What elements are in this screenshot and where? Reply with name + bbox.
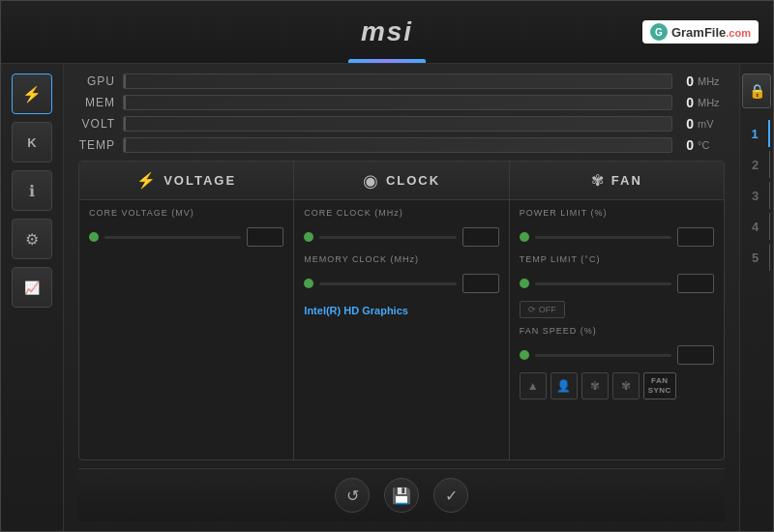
volt-unit: mV (698, 118, 725, 130)
monitor-row-volt: VOLT 0 mV (78, 116, 725, 132)
temp-label: TEMP (78, 138, 115, 152)
profile-2-button[interactable]: 2 (743, 151, 770, 178)
profile-3-button[interactable]: 3 (743, 182, 770, 209)
off-btn-row: ⟳ OFF (520, 301, 714, 318)
header: msi G GramFile.com (1, 1, 773, 64)
fan-btn-3[interactable]: ✾ (581, 372, 609, 399)
gpu-value: 0 (680, 74, 694, 89)
voltage-panel-header: ⚡ VOLTAGE (79, 162, 293, 200)
fan-btn-4[interactable]: ✾ (612, 372, 640, 399)
fan-bottom-controls: ▲ 👤 ✾ ✾ FANSYNC (520, 372, 714, 399)
clock-title: CLOCK (386, 173, 440, 188)
save-button[interactable]: 💾 (384, 478, 419, 513)
voltage-title: VOLTAGE (164, 173, 236, 188)
gramfile-icon: G (650, 23, 668, 41)
temp-value-box: 0 °C (680, 137, 725, 153)
core-clock-value[interactable] (462, 227, 499, 247)
volt-bar (123, 116, 672, 132)
mem-unit: MHz (698, 97, 725, 108)
off-icon: ⟳ (528, 305, 536, 314)
mem-clock-ctrl (304, 274, 498, 293)
gpu-bar (123, 74, 672, 89)
clock-icon: ◉ (363, 170, 378, 192)
temp-value: 0 (680, 137, 694, 153)
core-clock-label: CORE CLOCK (MHz) (304, 208, 498, 218)
fan-btn-2[interactable]: 👤 (551, 372, 578, 399)
voltage-icon: ⚡ (136, 171, 156, 190)
temp-limit-ctrl (520, 274, 714, 293)
gpu-unit: MHz (698, 75, 725, 87)
volt-value-box: 0 mV (680, 116, 725, 132)
lock-button[interactable]: 🔒 (742, 74, 771, 108)
clock-panel-header: ◉ CLOCK (294, 162, 508, 200)
clock-panel: ◉ CLOCK CORE CLOCK (MHz) MEMORY CLOCK (M… (294, 162, 509, 459)
apply-button[interactable]: ✓ (433, 478, 468, 513)
gramfile-badge: G GramFile.com (642, 20, 759, 44)
fan-sync-button[interactable]: FANSYNC (643, 372, 676, 399)
core-voltage-value[interactable] (247, 227, 283, 247)
fan-icon: ✾ (591, 171, 604, 190)
temp-unit: °C (698, 139, 725, 151)
core-clock-ctrl (304, 227, 498, 247)
fan-speed-label: FAN SPEED (%) (520, 326, 714, 336)
fan-speed-slider[interactable] (535, 354, 671, 357)
volt-value: 0 (680, 116, 694, 132)
clock-content: CORE CLOCK (MHz) MEMORY CLOCK (MHz) (294, 200, 508, 459)
voltage-content: CORE VOLTAGE (MV) (79, 200, 293, 459)
profile-5-button[interactable]: 5 (743, 244, 770, 271)
sidebar-btn-settings[interactable]: ⚙ (12, 219, 52, 259)
sidebar-btn-monitor[interactable]: 📈 (12, 267, 52, 308)
sidebar-btn-k[interactable]: K (12, 122, 52, 163)
core-voltage-ctrl (89, 227, 283, 247)
fan-content: POWER LIMIT (%) TEMP LIMIT (°C) (510, 200, 724, 459)
fan-panel-header: ✾ FAN (510, 162, 724, 200)
mem-clock-dot[interactable] (304, 279, 313, 288)
fan-btn-1[interactable]: ▲ (520, 372, 547, 399)
core-clock-dot[interactable] (304, 232, 313, 242)
temp-limit-label: TEMP LIMIT (°C) (520, 254, 714, 264)
fan-speed-dot[interactable] (520, 350, 529, 360)
panels: ⚡ VOLTAGE CORE VOLTAGE (MV) (78, 161, 725, 460)
monitor-rows: GPU 0 MHz MEM 0 MHz VOLT (78, 74, 725, 153)
core-voltage-dot[interactable] (89, 232, 99, 242)
fan-speed-ctrl (520, 345, 714, 365)
app-window: msi G GramFile.com ⚡ K ℹ ⚙ 📈 GPU (0, 0, 774, 532)
mem-bar (123, 95, 672, 110)
temp-limit-slider[interactable] (535, 282, 671, 285)
core-voltage-slider[interactable] (104, 236, 241, 239)
mem-clock-label: MEMORY CLOCK (MHz) (304, 254, 498, 264)
volt-label: VOLT (78, 117, 115, 131)
power-limit-value[interactable] (677, 227, 714, 247)
bottom-toolbar: ↺ 💾 ✓ (78, 468, 725, 521)
mem-value-box: 0 MHz (680, 95, 725, 110)
monitor-row-gpu: GPU 0 MHz (78, 74, 725, 89)
profile-4-button[interactable]: 4 (743, 213, 770, 240)
main-layout: ⚡ K ℹ ⚙ 📈 GPU 0 MHz MEM (1, 64, 773, 531)
fan-speed-value[interactable] (677, 345, 714, 365)
power-limit-slider[interactable] (535, 236, 671, 239)
msi-logo: msi (361, 16, 413, 47)
reset-button[interactable]: ↺ (335, 478, 370, 513)
intel-text: Intel(R) HD Graphics (304, 301, 498, 320)
core-voltage-label: CORE VOLTAGE (MV) (89, 208, 283, 218)
mem-value: 0 (680, 95, 694, 110)
sidebar-btn-info[interactable]: ℹ (12, 170, 52, 211)
voltage-panel: ⚡ VOLTAGE CORE VOLTAGE (MV) (79, 162, 294, 459)
mem-clock-value[interactable] (462, 274, 499, 293)
mem-clock-slider[interactable] (319, 282, 456, 285)
fan-title: FAN (611, 173, 642, 188)
sidebar-btn-lightning[interactable]: ⚡ (12, 74, 52, 114)
left-sidebar: ⚡ K ℹ ⚙ 📈 (1, 64, 64, 531)
power-limit-dot[interactable] (520, 232, 529, 242)
temp-limit-value[interactable] (677, 274, 714, 293)
power-limit-ctrl (520, 227, 714, 247)
profile-1-button[interactable]: 1 (743, 120, 770, 147)
gramfile-text: GramFile.com (671, 25, 751, 40)
right-sidebar: 🔒 1 2 3 4 5 (739, 64, 773, 531)
gpu-value-box: 0 MHz (680, 74, 725, 89)
gpu-label: GPU (78, 74, 115, 88)
off-button[interactable]: ⟳ OFF (520, 301, 565, 318)
temp-limit-dot[interactable] (520, 279, 529, 288)
core-clock-slider[interactable] (319, 236, 456, 239)
monitor-row-mem: MEM 0 MHz (78, 95, 725, 110)
